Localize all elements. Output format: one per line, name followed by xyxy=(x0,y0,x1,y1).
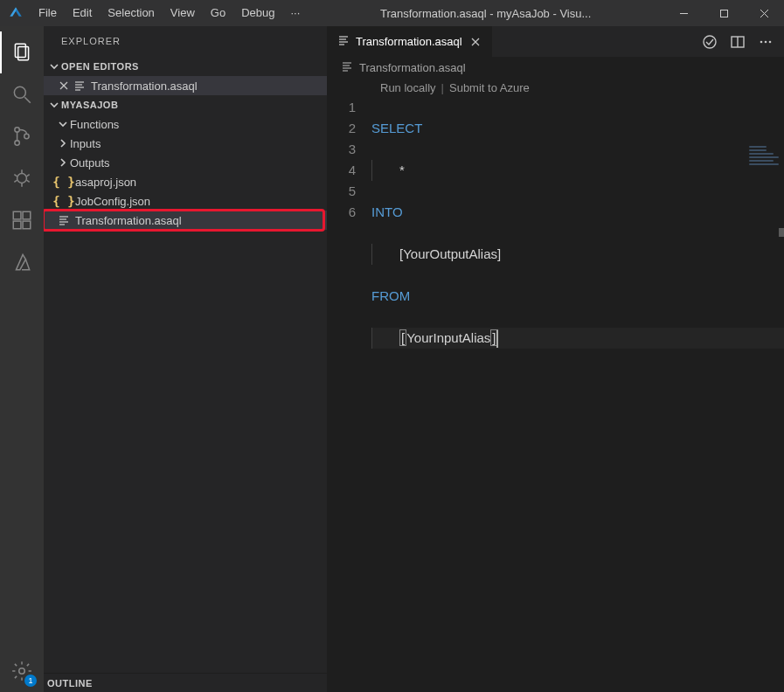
open-editors-label: OPEN EDITORS xyxy=(61,61,139,72)
keyword: SELECT xyxy=(371,121,422,135)
chevron-down-icon xyxy=(56,119,70,129)
close-button[interactable] xyxy=(744,0,784,26)
menu-file[interactable]: File xyxy=(31,0,65,26)
tree-folder-outputs[interactable]: Outputs xyxy=(44,153,327,172)
codelens-run-locally[interactable]: Run locally xyxy=(380,81,436,94)
keyword: INTO xyxy=(371,204,403,219)
line-number: 6 xyxy=(328,202,356,223)
menu-debug[interactable]: Debug xyxy=(233,0,282,26)
svg-point-9 xyxy=(15,141,19,145)
line-number: 3 xyxy=(328,139,356,160)
scrollbar-thumb[interactable] xyxy=(779,228,784,237)
svg-rect-19 xyxy=(13,221,21,229)
file-icon xyxy=(72,79,87,93)
activity-explorer[interactable] xyxy=(0,31,44,73)
menu-overflow[interactable]: ··· xyxy=(282,0,308,26)
folder-label: Inputs xyxy=(70,137,101,150)
tree-folder-inputs[interactable]: Inputs xyxy=(44,134,327,153)
menu-view[interactable]: View xyxy=(163,0,203,26)
code-content[interactable]: SELECT * INTO [YourOutputAlias] FROM [Yo… xyxy=(371,97,784,692)
svg-point-44 xyxy=(769,40,772,43)
menu-go[interactable]: Go xyxy=(203,0,233,26)
svg-line-7 xyxy=(24,97,31,103)
close-icon[interactable] xyxy=(468,34,483,50)
text-cursor xyxy=(496,330,498,348)
svg-point-42 xyxy=(760,40,763,43)
svg-rect-18 xyxy=(13,211,21,219)
tree-file-jobconfig[interactable]: { } JobConfig.json xyxy=(44,191,327,211)
identifier: YourOutputAlias xyxy=(403,246,497,261)
token: * xyxy=(399,163,405,177)
tree-folder-functions[interactable]: Functions xyxy=(44,114,327,134)
explorer-title: EXPLORER xyxy=(44,26,327,57)
activity-settings[interactable]: 1 xyxy=(0,650,44,692)
settings-badge: 1 xyxy=(24,675,37,687)
file-label: asaproj.json xyxy=(75,176,136,189)
menu-edit[interactable]: Edit xyxy=(65,0,100,26)
svg-rect-4 xyxy=(15,44,25,57)
editor-tab[interactable]: Transformation.asaql xyxy=(328,26,493,57)
tree-file-transformation[interactable]: Transformation.asaql xyxy=(44,211,327,230)
file-tree: Functions Inputs Outputs { } asaproj.jso… xyxy=(44,114,327,230)
folder-label: Functions xyxy=(70,118,119,131)
svg-rect-5 xyxy=(18,47,29,60)
split-editor-icon[interactable] xyxy=(725,29,751,55)
codelens-bar: Run locally | Submit to Azure xyxy=(328,78,784,97)
workspace-section[interactable]: MYASAJOB xyxy=(44,95,327,114)
file-label: Transformation.asaql xyxy=(75,214,182,227)
svg-line-14 xyxy=(26,175,29,176)
breadcrumb-label: Transformation.asaql xyxy=(359,61,466,74)
line-number: 4 xyxy=(328,160,356,181)
identifier: YourInputAlias xyxy=(406,330,490,345)
activity-azure[interactable] xyxy=(0,241,44,283)
minimap[interactable] xyxy=(749,146,781,172)
file-icon xyxy=(56,213,72,227)
svg-rect-20 xyxy=(23,221,31,229)
open-editors-list: Transformation.asaql xyxy=(44,76,327,95)
chevron-right-icon xyxy=(56,157,70,168)
activity-debug[interactable] xyxy=(0,157,44,199)
editor-actions xyxy=(697,26,784,57)
svg-line-13 xyxy=(14,175,17,176)
titlebar: File Edit Selection View Go Debug ··· Tr… xyxy=(0,0,784,26)
menu-selection[interactable]: Selection xyxy=(100,0,162,26)
run-action-icon[interactable] xyxy=(697,29,723,55)
maximize-button[interactable] xyxy=(704,0,744,26)
breadcrumb[interactable]: Transformation.asaql xyxy=(328,57,784,78)
outline-section[interactable]: OUTLINE xyxy=(44,673,327,692)
tree-file-asaproj[interactable]: { } asaproj.json xyxy=(44,172,327,191)
activity-extensions[interactable] xyxy=(0,199,44,241)
svg-line-15 xyxy=(14,180,17,182)
codelens-separator: | xyxy=(441,81,444,94)
outline-label: OUTLINE xyxy=(47,678,93,689)
svg-point-11 xyxy=(17,174,27,183)
line-number: 2 xyxy=(328,118,356,139)
open-editor-item[interactable]: Transformation.asaql xyxy=(44,76,327,95)
chevron-down-icon xyxy=(47,100,61,110)
json-icon: { } xyxy=(56,175,72,189)
window-title: Transformation.asaql - myAsaJob - Visu..… xyxy=(308,7,663,20)
svg-point-6 xyxy=(14,86,25,98)
chevron-right-icon xyxy=(56,138,70,149)
activity-source-control[interactable] xyxy=(0,115,44,157)
activity-search[interactable] xyxy=(0,73,44,115)
minimize-button[interactable] xyxy=(663,0,704,26)
file-icon xyxy=(340,59,354,76)
open-editors-section[interactable]: OPEN EDITORS xyxy=(44,57,327,76)
open-editor-label: Transformation.asaql xyxy=(91,80,198,93)
svg-rect-21 xyxy=(23,211,31,219)
editor-tabs: Transformation.asaql xyxy=(328,26,784,57)
line-gutter: 1 2 3 4 5 6 xyxy=(328,97,371,692)
window-controls xyxy=(663,0,784,26)
line-number: 5 xyxy=(328,181,356,202)
file-label: JobConfig.json xyxy=(75,195,150,208)
more-actions-icon[interactable] xyxy=(753,29,779,55)
close-icon[interactable] xyxy=(56,80,72,92)
svg-rect-1 xyxy=(720,10,727,17)
json-icon: { } xyxy=(56,194,72,208)
code-editor[interactable]: 1 2 3 4 5 6 SELECT * INTO [YourOutputAli… xyxy=(328,97,784,692)
codelens-submit-azure[interactable]: Submit to Azure xyxy=(449,81,530,94)
svg-point-39 xyxy=(704,36,716,48)
keyword: FROM xyxy=(371,288,410,303)
svg-line-16 xyxy=(26,180,29,182)
